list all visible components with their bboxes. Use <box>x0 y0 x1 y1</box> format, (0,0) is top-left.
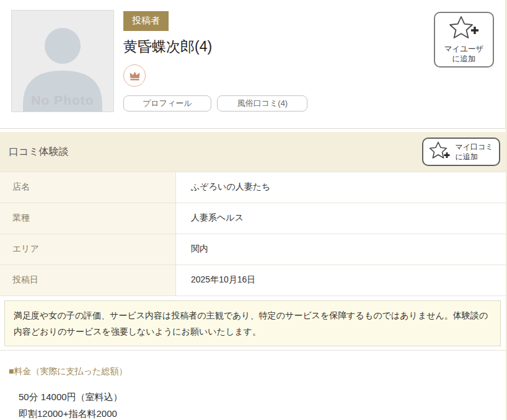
row-value: 人妻系ヘルス <box>176 203 506 234</box>
table-row-shop: 店名 ふぞろいの人妻たち <box>0 172 506 203</box>
poster-username: 黄昏蝶次郎(4) <box>123 37 311 56</box>
row-value: 関内 <box>176 234 506 265</box>
poster-badge: 投稿者 <box>123 11 169 31</box>
row-label: 業種 <box>0 203 176 234</box>
fuzoku-reviews-button[interactable]: 風俗口コミ(4) <box>217 95 307 112</box>
add-user-label-line1: マイユーザ <box>444 44 484 54</box>
row-value: 2025年10月16日 <box>176 265 506 296</box>
review-section: 口コミ体験談 マイ口コミ に追加 店名 ふぞろいの人妻たち <box>0 132 506 351</box>
no-photo-label: No Photo <box>12 93 113 108</box>
add-to-my-users-button[interactable]: マイユーザ に追加 <box>434 12 494 68</box>
price-line: 即割12000+指名料2000 <box>19 405 497 420</box>
star-plus-icon <box>448 15 480 42</box>
crown-badge <box>123 64 146 87</box>
review-section-header: 口コミ体験談 マイ口コミ に追加 <box>0 132 506 172</box>
star-plus-icon <box>429 141 451 162</box>
price-section: ■料金（実際に支払った総額） 50分 14000円（室料込） 即割12000+指… <box>0 351 506 420</box>
price-heading: ■料金（実際に支払った総額） <box>9 366 497 377</box>
table-row-area: エリア 関内 <box>0 234 506 265</box>
poster-info: 投稿者 黄昏蝶次郎(4) プロフィール 風俗口コミ(4) <box>123 11 311 112</box>
row-label: 投稿日 <box>0 265 176 296</box>
profile-button[interactable]: プロフィール <box>123 95 211 112</box>
poster-links: プロフィール 風俗口コミ(4) <box>123 95 311 112</box>
add-user-label-line2: に追加 <box>452 54 476 64</box>
profile-section: No Photo 投稿者 黄昏蝶次郎(4) プロフィール 風俗口コミ(4) <box>0 0 506 129</box>
review-section-title: 口コミ体験談 <box>9 146 69 159</box>
row-label: 店名 <box>0 172 176 203</box>
add-review-label: マイ口コミ に追加 <box>455 142 493 162</box>
price-details: 50分 14000円（室料込） 即割12000+指名料2000 <box>19 388 497 420</box>
disclaimer-notice: 満足度や女の子の評価、サービス内容は投稿者の主観であり、特定のサービスを保障する… <box>4 300 501 346</box>
page-container: No Photo 投稿者 黄昏蝶次郎(4) プロフィール 風俗口コミ(4) <box>0 0 506 420</box>
review-meta-table: 店名 ふぞろいの人妻たち 業種 人妻系ヘルス エリア 関内 投稿日 2025年1… <box>0 172 506 296</box>
table-row-industry: 業種 人妻系ヘルス <box>0 203 506 234</box>
profile-photo-placeholder: No Photo <box>11 10 114 112</box>
add-to-my-reviews-button[interactable]: マイ口コミ に追加 <box>422 138 500 166</box>
table-row-post-date: 投稿日 2025年10月16日 <box>0 265 506 296</box>
row-label: エリア <box>0 234 176 265</box>
price-line: 50分 14000円（室料込） <box>19 388 497 405</box>
crown-icon <box>129 71 141 81</box>
row-value: ふぞろいの人妻たち <box>176 172 506 203</box>
